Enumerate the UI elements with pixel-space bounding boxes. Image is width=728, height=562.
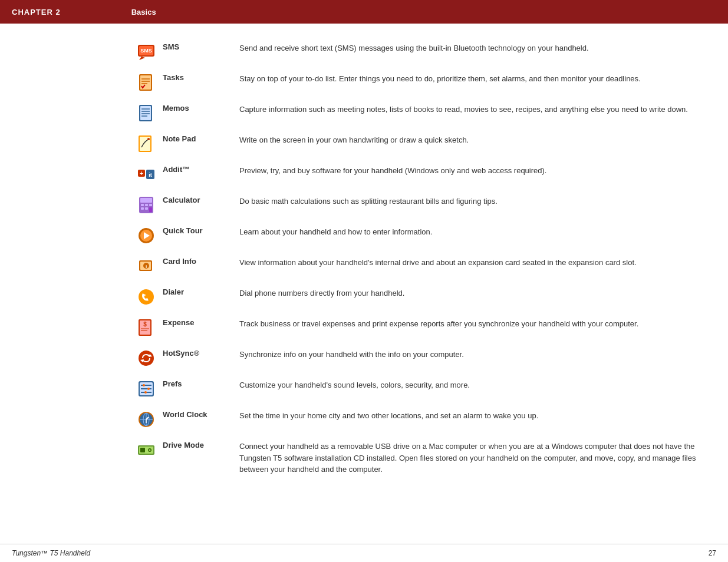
page-number: 27: [709, 549, 716, 557]
notepad-name: Note Pad: [163, 133, 239, 143]
svg-rect-24: [141, 204, 144, 206]
svg-point-64: [149, 449, 151, 451]
cardinfo-desc: View information about your handheld's i…: [239, 256, 716, 269]
memos-icon: [136, 103, 157, 124]
drivemode-desc: Connect your handheld as a removable USB…: [239, 439, 716, 475]
svg-rect-26: [149, 204, 152, 206]
svg-rect-62: [140, 448, 145, 452]
svg-text:it: it: [149, 172, 152, 178]
quicktour-desc: Learn about your handheld and how to ent…: [239, 225, 716, 238]
svg-text:$: $: [143, 321, 147, 328]
hotsync-name: HotSync®: [163, 348, 239, 358]
item-row-hotsync: HotSync®Synchronize info on your handhel…: [136, 348, 716, 369]
item-row-memos: MemosCapture information such as meeting…: [136, 103, 716, 124]
svg-rect-10: [140, 106, 151, 120]
worldclock-icon: [136, 409, 157, 430]
svg-rect-29: [149, 207, 152, 212]
prefs-desc: Customize your handheld's sound levels, …: [239, 378, 716, 391]
svg-point-50: [143, 384, 145, 386]
svg-point-52: [144, 391, 147, 394]
svg-point-17: [147, 138, 150, 140]
calculator-icon: [136, 194, 157, 216]
item-row-addit: + it Addit™Preview, try, and buy softwar…: [136, 164, 716, 185]
item-row-cardinfo: i Card InfoView information about your h…: [136, 256, 716, 277]
item-row-prefs: PrefsCustomize your handheld's sound lev…: [136, 378, 716, 399]
svg-point-51: [147, 388, 150, 390]
cardinfo-icon: i: [136, 256, 157, 277]
svg-text:+: +: [140, 170, 143, 177]
svg-rect-23: [140, 198, 152, 203]
item-row-calculator: CalculatorDo basic math calculations suc…: [136, 194, 716, 216]
quicktour-name: Quick Tour: [163, 225, 239, 235]
tasks-desc: Stay on top of your to-do list. Enter th…: [239, 72, 716, 85]
item-row-drivemode: Drive ModeConnect your handheld as a rem…: [136, 439, 716, 475]
cardinfo-name: Card Info: [163, 256, 239, 266]
memos-name: Memos: [163, 103, 239, 113]
memos-desc: Capture information such as meeting note…: [239, 103, 716, 115]
svg-point-36: [139, 289, 154, 305]
quicktour-icon: [136, 225, 157, 246]
tasks-icon: [136, 72, 157, 93]
dialer-icon: [136, 286, 157, 308]
item-row-dialer: DialerDial phone numbers directly from y…: [136, 286, 716, 308]
hotsync-icon: [136, 348, 157, 369]
dialer-desc: Dial phone numbers directly from your ha…: [239, 286, 716, 299]
svg-point-42: [139, 351, 154, 366]
drivemode-name: Drive Mode: [163, 439, 239, 449]
item-row-worldclock: World ClockSet the time in your home cit…: [136, 409, 716, 430]
hotsync-desc: Synchronize info on your handheld with t…: [239, 348, 716, 361]
svg-text:SMS: SMS: [140, 48, 152, 54]
addit-desc: Preview, try, and buy software for your …: [239, 164, 716, 177]
addit-name: Addit™: [163, 164, 239, 174]
item-row-notepad: Note PadWrite on the screen in your own …: [136, 133, 716, 154]
prefs-name: Prefs: [163, 378, 239, 388]
item-row-quicktour: Quick TourLearn about your handheld and …: [136, 225, 716, 246]
drivemode-icon: [136, 439, 157, 461]
tasks-name: Tasks: [163, 72, 239, 82]
dialer-name: Dialer: [163, 286, 239, 296]
calculator-name: Calculator: [163, 194, 239, 204]
main-content: SMS SMSSend and receive short text (SMS)…: [0, 24, 728, 508]
svg-rect-28: [145, 207, 148, 210]
expense-name: Expense: [163, 317, 239, 327]
svg-marker-3: [139, 57, 145, 60]
sms-icon: SMS: [136, 41, 157, 62]
page-header: CHAPTER 2 Basics: [0, 0, 728, 24]
worldclock-desc: Set the time in your home city and two o…: [239, 409, 716, 422]
chapter-title: Basics: [131, 8, 156, 16]
addit-icon: + it: [136, 164, 157, 185]
footer-brand: Tungsten™ T5 Handheld: [12, 549, 90, 557]
svg-rect-25: [145, 204, 148, 206]
item-row-expense: $ ExpenseTrack business or travel expens…: [136, 317, 716, 338]
item-row-tasks: TasksStay on top of your to-do list. Ent…: [136, 72, 716, 93]
calculator-desc: Do basic math calculations such as split…: [239, 194, 716, 207]
notepad-desc: Write on the screen in your own handwrit…: [239, 133, 716, 146]
notepad-icon: [136, 133, 157, 154]
chapter-label: CHAPTER 2: [12, 8, 61, 16]
svg-rect-27: [141, 207, 144, 210]
svg-text:i: i: [146, 264, 147, 269]
sms-name: SMS: [163, 41, 239, 51]
prefs-icon: [136, 378, 157, 399]
expense-desc: Track business or travel expenses and pr…: [239, 317, 716, 330]
sms-desc: Send and receive short text (SMS) messag…: [239, 41, 716, 54]
expense-icon: $: [136, 317, 157, 338]
worldclock-name: World Clock: [163, 409, 239, 419]
page-footer: Tungsten™ T5 Handheld 27: [0, 544, 728, 562]
item-row-sms: SMS SMSSend and receive short text (SMS)…: [136, 41, 716, 62]
